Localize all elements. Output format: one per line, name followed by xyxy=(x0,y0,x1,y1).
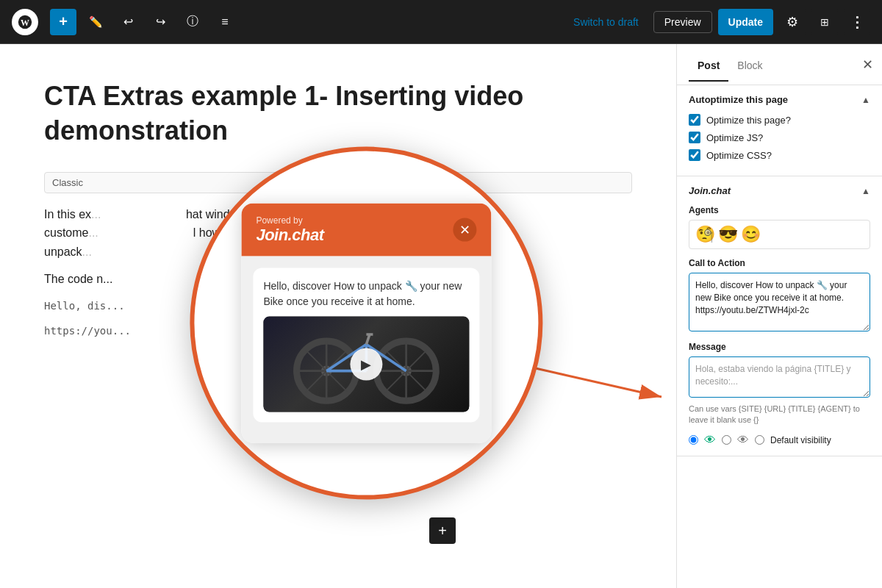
visibility-radio-1[interactable] xyxy=(689,435,698,445)
tab-block[interactable]: Block xyxy=(728,48,771,82)
visibility-icon-eye-slash: 👁 xyxy=(737,434,749,447)
sidebar-header: Post Block ✕ xyxy=(677,44,882,85)
message-textarea[interactable]: Hola, estaba viendo la página {TITLE} y … xyxy=(689,356,870,398)
joinchat-header: Join.chat ▲ xyxy=(689,185,870,196)
powered-by-container: Powered by Join.chat xyxy=(256,215,323,245)
optimize-js-checkbox[interactable] xyxy=(689,132,700,143)
undo-button[interactable]: ↩ xyxy=(115,9,141,35)
sidebar: Post Block ✕ Autoptimize this page ▲ Opt… xyxy=(676,44,882,588)
editor-area: CTA Extras example 1- Inserting video de… xyxy=(0,44,676,588)
visibility-label: Default visibility xyxy=(770,435,831,445)
more2-button[interactable]: ⊞ xyxy=(811,9,838,35)
visibility-radio-3[interactable] xyxy=(755,435,764,445)
settings-button[interactable]: ⚙ xyxy=(779,9,806,35)
update-button[interactable]: Update xyxy=(718,9,773,35)
chat-card-header: Powered by Join.chat ✕ xyxy=(241,204,491,257)
svg-line-18 xyxy=(366,334,370,345)
autoptimize-section: Autoptimize this page ▲ Optimize this pa… xyxy=(677,85,882,176)
sidebar-close-button[interactable]: ✕ xyxy=(862,57,873,73)
chat-bubble-text: Hello, discover How to unpack 🔧 your new… xyxy=(263,279,469,309)
play-button[interactable]: ▶ xyxy=(350,348,382,381)
chat-card-body: Hello, discover How to unpack 🔧 your new… xyxy=(241,257,491,443)
toolbar: W + ✏️ ↩ ↪ ⓘ ≡ Switch to draft Preview U… xyxy=(0,0,882,44)
chat-close-button[interactable]: ✕ xyxy=(453,218,476,242)
info-button[interactable]: ⓘ xyxy=(179,9,206,35)
optimize-page-label: Optimize this page? xyxy=(706,115,791,126)
edit-button[interactable]: ✏️ xyxy=(82,9,109,35)
svg-text:W: W xyxy=(21,17,29,27)
optimize-css-checkbox[interactable] xyxy=(689,149,700,161)
optimize-css-label: Optimize CSS? xyxy=(706,150,772,161)
field-hint: Can use vars {SITE} {URL} {TITLE} {AGENT… xyxy=(689,404,870,426)
agent-3-avatar: 😊 xyxy=(741,225,761,244)
cta-textarea[interactable]: Hello, discover How to unpack 🔧 your new… xyxy=(689,273,870,331)
main-layout: CTA Extras example 1- Inserting video de… xyxy=(0,44,882,588)
chat-card: Powered by Join.chat ✕ Hello, discover H… xyxy=(241,204,491,443)
powered-by-text: Powered by xyxy=(256,215,323,226)
autoptimize-chevron[interactable]: ▲ xyxy=(861,95,870,105)
add-button[interactable]: + xyxy=(50,9,76,35)
chat-bubble: Hello, discover How to unpack 🔧 your new… xyxy=(253,268,479,423)
agent-2-avatar: 😎 xyxy=(718,225,738,244)
autoptimize-title: Autoptimize this page xyxy=(689,94,788,105)
joinchat-chevron[interactable]: ▲ xyxy=(861,186,870,196)
optimize-js-label: Optimize JS? xyxy=(706,132,763,143)
more-options-button[interactable]: ⋮ xyxy=(844,9,870,35)
post-title[interactable]: CTA Extras example 1- Inserting video de… xyxy=(44,79,632,148)
add-block-button[interactable]: + xyxy=(429,517,456,544)
optimize-js-row: Optimize JS? xyxy=(689,132,870,143)
list-view-button[interactable]: ≡ xyxy=(212,9,238,35)
tab-post[interactable]: Post xyxy=(689,48,728,82)
joinchat-brand: Join.chat xyxy=(256,226,323,245)
visibility-icon-eye: 👁 xyxy=(704,434,716,447)
switch-to-draft-button[interactable]: Switch to draft xyxy=(564,16,648,28)
preview-button[interactable]: Preview xyxy=(653,11,712,33)
joinchat-title: Join.chat xyxy=(689,185,731,196)
wp-logo: W xyxy=(12,9,38,35)
agent-1-avatar: 🧐 xyxy=(695,225,715,244)
chat-popup-circle: Powered by Join.chat ✕ Hello, discover H… xyxy=(190,147,542,500)
video-thumbnail[interactable]: ▶ xyxy=(263,317,469,412)
cta-label: Call to Action xyxy=(689,258,870,268)
close-icon: ✕ xyxy=(459,222,470,238)
joinchat-section: Join.chat ▲ Agents 🧐 😎 😊 Call to Action … xyxy=(677,176,882,456)
visibility-radio-2[interactable] xyxy=(722,435,731,445)
optimize-page-checkbox[interactable] xyxy=(689,114,700,126)
message-label: Message xyxy=(689,342,870,352)
visibility-row: 👁 👁 Default visibility xyxy=(689,434,870,447)
optimize-page-row: Optimize this page? xyxy=(689,114,870,126)
optimize-css-row: Optimize CSS? xyxy=(689,149,870,161)
agents-label: Agents xyxy=(689,205,870,215)
redo-button[interactable]: ↪ xyxy=(147,9,173,35)
autoptimize-header: Autoptimize this page ▲ xyxy=(689,94,870,105)
classic-label: Classic xyxy=(52,177,83,188)
agents-box: 🧐 😎 😊 xyxy=(689,220,870,249)
